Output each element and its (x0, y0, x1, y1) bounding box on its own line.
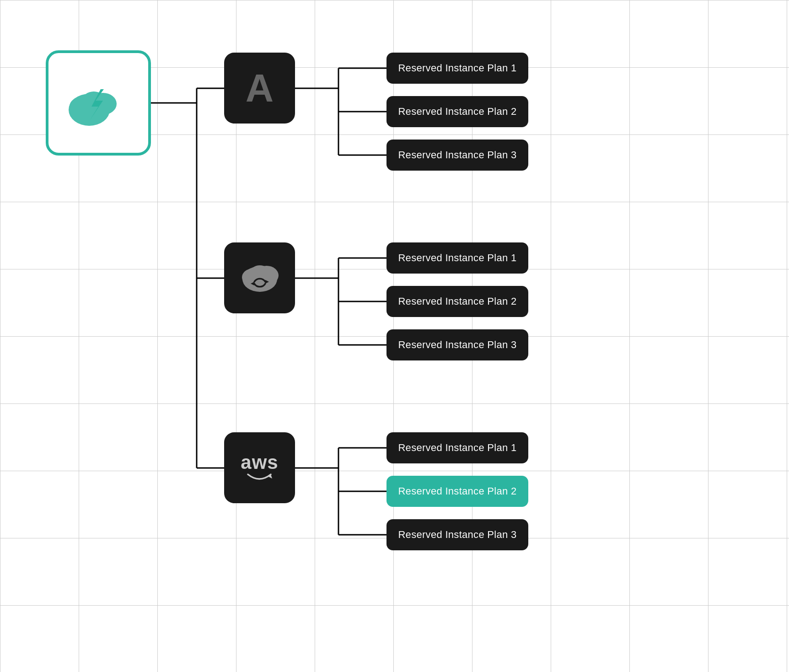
cloud-plan-3[interactable]: Reserved Instance Plan 3 (386, 329, 528, 360)
azure-plan-2[interactable]: Reserved Instance Plan 2 (386, 96, 528, 127)
diagram-container: A aws (0, 0, 789, 672)
cloud-refresh-icon (237, 260, 283, 296)
cloud-plan-1[interactable]: Reserved Instance Plan 1 (386, 242, 528, 274)
azure-plan-1[interactable]: Reserved Instance Plan 1 (386, 53, 528, 84)
root-node[interactable] (46, 50, 151, 156)
azure-provider-node[interactable]: A (224, 53, 295, 124)
aws-icon: aws (241, 452, 278, 484)
aws-provider-node[interactable]: aws (224, 432, 295, 503)
cloud-plan-2[interactable]: Reserved Instance Plan 2 (386, 286, 528, 317)
azure-icon: A (246, 69, 274, 108)
cloud-provider-node[interactable] (224, 242, 295, 313)
azure-plan-3[interactable]: Reserved Instance Plan 3 (386, 140, 528, 171)
aws-plan-3[interactable]: Reserved Instance Plan 3 (386, 519, 528, 550)
cloud-lightning-icon (62, 75, 135, 130)
aws-plan-1[interactable]: Reserved Instance Plan 1 (386, 432, 528, 463)
aws-plan-2[interactable]: Reserved Instance Plan 2 (386, 476, 528, 507)
